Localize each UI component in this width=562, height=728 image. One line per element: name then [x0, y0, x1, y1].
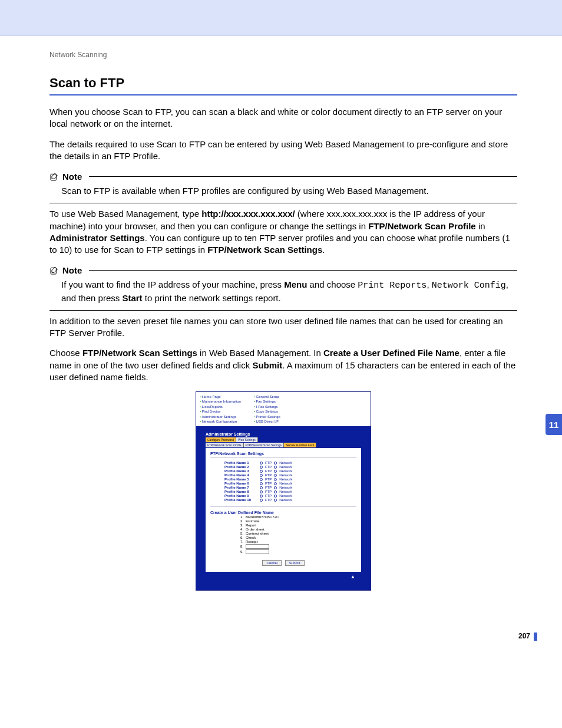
- profile-row: Profile Name 5FTPNetwork: [224, 477, 356, 481]
- tab-bar: Configure PasswordWeb Settings: [206, 437, 361, 442]
- filename-input[interactable]: [246, 549, 269, 554]
- profile-row: Profile Name 3FTPNetwork: [224, 469, 356, 473]
- filename-row: 2.Estimate: [239, 519, 356, 523]
- radio-ftp[interactable]: [260, 470, 263, 473]
- radio-ftp[interactable]: [260, 466, 263, 469]
- radio-ftp[interactable]: [260, 474, 263, 477]
- profile-row: Profile Name 1FTPNetwork: [224, 461, 356, 465]
- radio-network[interactable]: [274, 462, 277, 465]
- radio-ftp[interactable]: [260, 478, 263, 481]
- filename-row: 3.Report: [239, 523, 356, 527]
- note-block: Note Scan to FTP is available when FTP p…: [49, 172, 517, 203]
- radio-network[interactable]: [274, 478, 277, 481]
- radio-ftp[interactable]: [260, 499, 263, 502]
- embedded-screenshot: Home PageMaintenance InformationLists/Re…: [196, 391, 371, 591]
- profile-row: Profile Name 10FTPNetwork: [224, 498, 356, 502]
- radio-ftp[interactable]: [260, 495, 263, 498]
- scroll-top-icon: ▲: [206, 572, 361, 581]
- radio-network[interactable]: [274, 466, 277, 469]
- paragraph: The details required to use Scan to FTP …: [49, 139, 517, 163]
- filename-row: 6.Check: [239, 536, 356, 539]
- paragraph: When you choose Scan to FTP, you can sca…: [49, 106, 517, 130]
- paragraph: Choose FTP/Network Scan Settings in Web …: [49, 347, 517, 383]
- note-label: Note: [62, 265, 82, 275]
- header-band: [0, 0, 562, 35]
- profile-row: Profile Name 7FTPNetwork: [224, 486, 356, 489]
- nav-right: General SetupFax SettingsI-Fax SettingsC…: [254, 394, 280, 424]
- note-body: Scan to FTP is available when FTP profil…: [61, 185, 517, 197]
- page-footer: 207: [0, 624, 562, 649]
- title-rule: [49, 94, 517, 95]
- radio-network[interactable]: [274, 486, 277, 489]
- radio-ftp[interactable]: [260, 490, 263, 493]
- chapter-tab: 11: [546, 414, 562, 435]
- radio-ftp[interactable]: [260, 462, 263, 465]
- filename-row: 9.: [239, 549, 356, 554]
- filename-row: 1.BRN0080??CBC72C: [239, 515, 356, 519]
- filename-input[interactable]: [246, 544, 269, 549]
- filename-row: 4.Order sheet: [239, 528, 356, 531]
- note-icon: [49, 266, 59, 275]
- nav-left: Home PageMaintenance InformationLists/Re…: [200, 394, 241, 424]
- profile-row: Profile Name 2FTPNetwork: [224, 465, 356, 469]
- note-block: Note If you want to find the IP address …: [49, 265, 517, 311]
- paragraph: To use Web Based Management, type http:/…: [49, 208, 517, 256]
- radio-network[interactable]: [274, 499, 277, 502]
- page-title: Scan to FTP: [49, 75, 517, 91]
- radio-network[interactable]: [274, 482, 277, 485]
- filename-row: 5.Contract sheet: [239, 532, 356, 535]
- filename-row: 8.: [239, 544, 356, 549]
- panel-heading: Create a User Defined File Name: [210, 506, 356, 515]
- radio-network[interactable]: [274, 495, 277, 498]
- admin-title: Administrator Settings: [206, 432, 361, 436]
- breadcrumb: Network Scanning: [49, 51, 517, 59]
- filename-row: 7.Receipt: [239, 540, 356, 543]
- radio-network[interactable]: [274, 470, 277, 473]
- submit-button[interactable]: Submit: [285, 560, 305, 566]
- panel-heading: FTP/Network Scan Settings: [210, 452, 356, 458]
- note-body: If you want to find the IP address of yo…: [61, 279, 517, 304]
- profile-row: Profile Name 9FTPNetwork: [224, 494, 356, 498]
- radio-network[interactable]: [274, 474, 277, 477]
- paragraph: In addition to the seven preset file nam…: [49, 315, 517, 340]
- radio-ftp[interactable]: [260, 486, 263, 489]
- note-icon: [49, 172, 59, 182]
- cancel-button[interactable]: Cancel: [262, 560, 282, 566]
- profile-row: Profile Name 6FTPNetwork: [224, 482, 356, 485]
- profile-row: Profile Name 8FTPNetwork: [224, 490, 356, 493]
- radio-ftp[interactable]: [260, 482, 263, 485]
- note-label: Note: [62, 172, 82, 182]
- radio-network[interactable]: [274, 490, 277, 493]
- tab-bar: FTP/Network Scan ProfileFTP/Network Scan…: [206, 443, 361, 447]
- profile-row: Profile Name 4FTPNetwork: [224, 473, 356, 477]
